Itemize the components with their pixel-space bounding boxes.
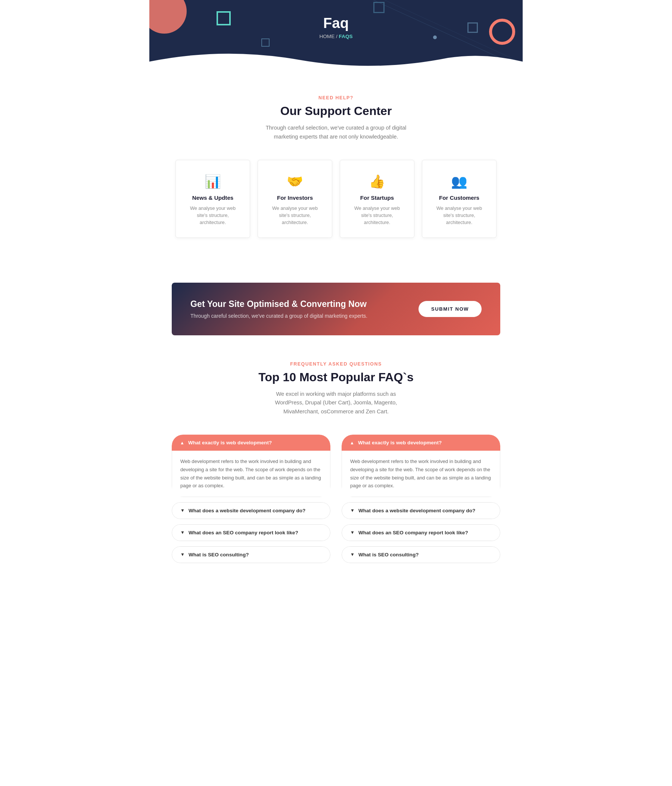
- card-startups-icon: 👍: [349, 174, 405, 189]
- hero-header: Faq HOME / FAQS: [149, 0, 523, 69]
- cta-heading: Get Your Site Optimised & Converting Now: [190, 299, 367, 309]
- faq-columns: ▲ What exactly is web development? Web d…: [172, 435, 500, 568]
- chevron-down-icon-right-2: ▼: [350, 530, 355, 535]
- faq-question-right-2[interactable]: ▼ What does a website development compan…: [342, 502, 500, 519]
- deco-circle-outline: [489, 19, 515, 45]
- faq-question-text-right-1: What exactly is web development?: [358, 440, 442, 445]
- breadcrumb: HOME / FAQS: [157, 34, 515, 39]
- faq-question-right-3[interactable]: ▼ What does an SEO company report look l…: [342, 524, 500, 541]
- deco-square-sm: [261, 38, 270, 47]
- faq-question-left-3[interactable]: ▼ What does an SEO company report look l…: [172, 524, 330, 541]
- cta-description: Through careful selection, we've curated…: [190, 313, 367, 319]
- card-investors: 🤝 For Investors We analyse your web site…: [257, 160, 332, 238]
- card-investors-icon: 🤝: [267, 174, 323, 189]
- deco-square-teal: [217, 11, 231, 25]
- breadcrumb-current: FAQS: [339, 34, 353, 39]
- card-customers-desc: We analyse your web site's structure, ar…: [431, 204, 487, 226]
- cta-banner: Get Your Site Optimised & Converting Now…: [172, 283, 500, 335]
- faq-item-left-3: ▼ What does an SEO company report look l…: [172, 524, 330, 541]
- faq-question-right-1[interactable]: ▲ What exactly is web development?: [342, 435, 500, 451]
- faq-tag: FREQUENTLY ASKED QUESTIONS: [172, 362, 500, 367]
- card-customers: 👥 For Customers We analyse your web site…: [422, 160, 496, 238]
- cards-row: 📊 News & Updtes We analyse your web site…: [172, 160, 500, 238]
- faq-description: We excel in working with major platforms…: [265, 390, 407, 417]
- faq-question-text-right-3: What does an SEO company report look lik…: [358, 530, 468, 536]
- support-tag: NEED HELP?: [172, 95, 500, 101]
- page-title: Faq: [157, 15, 515, 31]
- card-startups: 👍 For Startups We analyse your web site'…: [340, 160, 415, 238]
- card-customers-title: For Customers: [431, 195, 487, 201]
- support-section: NEED HELP? Our Support Center Through ca…: [149, 69, 523, 260]
- faq-item-left-2: ▼ What does a website development compan…: [172, 502, 330, 519]
- deco-square-dark: [373, 2, 385, 13]
- faq-item-left-1: ▲ What exactly is web development? Web d…: [172, 435, 330, 497]
- faq-question-text-right-4: What is SEO consulting?: [358, 552, 419, 558]
- card-startups-desc: We analyse your web site's structure, ar…: [349, 204, 405, 226]
- breadcrumb-home[interactable]: HOME: [319, 34, 334, 39]
- faq-section: FREQUENTLY ASKED QUESTIONS Top 10 Most P…: [149, 335, 523, 591]
- chevron-down-icon: ▼: [180, 508, 185, 513]
- chevron-down-icon-2: ▼: [180, 530, 185, 535]
- faq-item-right-3: ▼ What does an SEO company report look l…: [342, 524, 500, 541]
- submit-now-button[interactable]: SUBMIT NOW: [419, 301, 482, 317]
- chevron-up-icon-right: ▲: [350, 440, 354, 445]
- card-investors-desc: We analyse your web site's structure, ar…: [267, 204, 323, 226]
- faq-item-right-2: ▼ What does a website development compan…: [342, 502, 500, 519]
- card-startups-title: For Startups: [349, 195, 405, 201]
- faq-col-right: ▲ What exactly is web development? Web d…: [342, 435, 500, 568]
- faq-question-text-right-2: What does a website development company …: [358, 508, 475, 513]
- faq-question-text-left-3: What does an SEO company report look lik…: [188, 530, 298, 536]
- faq-title: Top 10 Most Popular FAQ`s: [172, 370, 500, 384]
- deco-dot: [433, 36, 437, 39]
- deco-square-dark2: [468, 22, 478, 33]
- faq-question-right-4[interactable]: ▼ What is SEO consulting?: [342, 546, 500, 563]
- faq-question-left-4[interactable]: ▼ What is SEO consulting?: [172, 546, 330, 563]
- support-desc: Through careful selection, we've curated…: [265, 124, 407, 141]
- support-title: Our Support Center: [172, 104, 500, 118]
- faq-item-right-1: ▲ What exactly is web development? Web d…: [342, 435, 500, 497]
- card-news: 📊 News & Updtes We analyse your web site…: [176, 160, 250, 238]
- chevron-down-icon-right-3: ▼: [350, 552, 355, 557]
- chevron-down-icon-3: ▼: [180, 552, 185, 557]
- faq-answer-left-1: Web development refers to the work invol…: [172, 451, 330, 497]
- breadcrumb-sep: /: [336, 34, 338, 39]
- card-news-desc: We analyse your web site's structure, ar…: [185, 204, 241, 226]
- chevron-up-icon: ▲: [180, 440, 184, 445]
- faq-item-left-4: ▼ What is SEO consulting?: [172, 546, 330, 563]
- faq-item-right-4: ▼ What is SEO consulting?: [342, 546, 500, 563]
- faq-col-left: ▲ What exactly is web development? Web d…: [172, 435, 330, 568]
- card-investors-title: For Investors: [267, 195, 323, 201]
- faq-question-text-left-1: What exactly is web development?: [188, 440, 272, 445]
- faq-answer-right-1: Web development refers to the work invol…: [342, 451, 500, 497]
- card-customers-icon: 👥: [431, 174, 487, 189]
- chevron-down-icon-right-1: ▼: [350, 508, 355, 513]
- faq-question-text-left-2: What does a website development company …: [188, 508, 305, 513]
- faq-question-text-left-4: What is SEO consulting?: [188, 552, 249, 558]
- card-news-title: News & Updtes: [185, 195, 241, 201]
- cta-text: Get Your Site Optimised & Converting Now…: [190, 299, 367, 319]
- faq-header: FREQUENTLY ASKED QUESTIONS Top 10 Most P…: [172, 362, 500, 417]
- faq-question-left-1[interactable]: ▲ What exactly is web development?: [172, 435, 330, 451]
- card-news-icon: 📊: [185, 174, 241, 189]
- faq-question-left-2[interactable]: ▼ What does a website development compan…: [172, 502, 330, 519]
- hero-wave: [149, 47, 523, 69]
